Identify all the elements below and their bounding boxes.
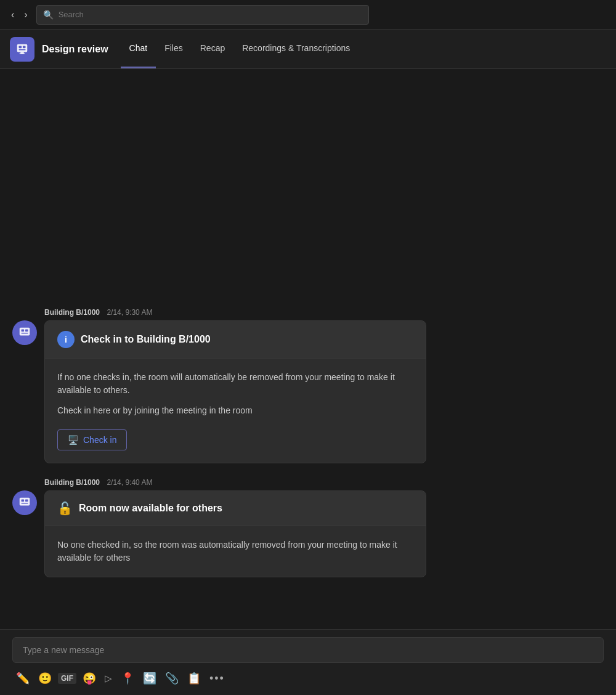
tab-recap[interactable]: Recap (192, 30, 233, 68)
svg-rect-12 (25, 500, 28, 502)
card-title-2: Room now available for others (79, 503, 222, 514)
svg-rect-2 (23, 46, 26, 48)
message-body-1: Building B/1000 2/14, 9:30 AM i Check in… (44, 308, 426, 463)
avatar-1 (12, 320, 37, 345)
card-header-1: i Check in to Building B/1000 (45, 321, 426, 359)
spacer (0, 81, 616, 308)
svg-rect-11 (22, 500, 25, 502)
unlock-icon: 🔓 (57, 501, 73, 516)
check-in-icon: 🖥️ (68, 435, 78, 445)
sticker-icon[interactable]: 😜 (80, 669, 99, 688)
svg-rect-5 (19, 53, 25, 54)
note-icon[interactable]: 📋 (185, 669, 203, 688)
check-in-label: Check in (83, 435, 116, 445)
svg-rect-13 (22, 503, 28, 503)
channel-icon (10, 37, 34, 62)
more-icon[interactable]: ••• (207, 670, 227, 688)
share-icon[interactable]: ▷ (102, 670, 115, 686)
attach-icon[interactable]: 📎 (163, 669, 181, 688)
card-body-text-1b: Check in here or by joining the meeting … (57, 404, 413, 417)
emoji-icon[interactable]: 🙂 (36, 669, 54, 688)
message-meta-2: Building B/1000 2/14, 9:40 AM (44, 478, 426, 487)
toolbar-icons: ✏️ 🙂 GIF 😜 ▷ 📍 🔄 📎 📋 ••• (12, 663, 604, 690)
tab-recordings[interactable]: Recordings & Transcriptions (233, 30, 359, 68)
tab-files[interactable]: Files (156, 30, 192, 68)
forward-button[interactable]: › (20, 7, 31, 23)
tab-nav: Chat Files Recap Recordings & Transcript… (121, 30, 359, 68)
sender-2: Building B/1000 (44, 478, 100, 487)
input-bar-container: Type a new message ✏️ 🙂 GIF 😜 ▷ 📍 🔄 📎 📋 … (0, 629, 616, 695)
time-2: 2/14, 9:40 AM (107, 478, 152, 487)
svg-rect-0 (17, 44, 28, 52)
card-title-1: Check in to Building B/1000 (81, 334, 211, 345)
message-meta-1: Building B/1000 2/14, 9:30 AM (44, 308, 426, 317)
card-1: i Check in to Building B/1000 If no one … (44, 320, 426, 463)
svg-rect-9 (22, 333, 28, 333)
check-in-button[interactable]: 🖥️ Check in (57, 429, 127, 450)
search-icon: 🔍 (43, 10, 54, 20)
nav-arrows: ‹ › (7, 7, 31, 23)
time-1: 2/14, 9:30 AM (107, 308, 152, 317)
meet-icon[interactable]: 📍 (118, 669, 137, 688)
sender-1: Building B/1000 (44, 308, 100, 317)
message-input-display[interactable]: Type a new message (12, 637, 604, 663)
search-input[interactable] (59, 10, 362, 19)
card-2: 🔓 Room now available for others No one c… (44, 490, 426, 577)
channel-name: Design review (42, 44, 108, 55)
bottom-spacer (0, 592, 616, 617)
svg-rect-7 (22, 330, 25, 332)
gif-icon[interactable]: GIF (58, 673, 76, 684)
schedule-icon[interactable]: 🔄 (140, 669, 159, 688)
svg-rect-8 (25, 330, 28, 332)
message-group-2: Building B/1000 2/14, 9:40 AM 🔓 Room now… (0, 478, 616, 592)
card-body-2: No one checked in, so the room was autom… (45, 526, 426, 577)
search-bar: 🔍 (36, 5, 369, 25)
svg-rect-1 (19, 46, 22, 48)
main-content: Building B/1000 2/14, 9:30 AM i Check in… (0, 69, 616, 629)
message-body-2: Building B/1000 2/14, 9:40 AM 🔓 Room now… (44, 478, 426, 577)
format-icon[interactable]: ✏️ (14, 669, 32, 688)
avatar-2 (12, 490, 37, 515)
svg-rect-3 (19, 49, 26, 50)
svg-rect-10 (20, 498, 30, 506)
info-icon-1: i (57, 331, 75, 348)
back-button[interactable]: ‹ (7, 7, 18, 23)
message-group-1: Building B/1000 2/14, 9:30 AM i Check in… (0, 308, 616, 478)
card-body-text-2a: No one checked in, so the room was autom… (57, 539, 413, 564)
tab-chat[interactable]: Chat (121, 30, 156, 68)
svg-rect-6 (20, 328, 30, 336)
card-body-text-1a: If no one checks in, the room will autom… (57, 371, 413, 397)
card-header-2: 🔓 Room now available for others (45, 491, 426, 526)
header: Design review Chat Files Recap Recording… (0, 30, 616, 69)
top-bar: ‹ › 🔍 (0, 0, 616, 30)
card-body-1: If no one checks in, the room will autom… (45, 359, 426, 463)
